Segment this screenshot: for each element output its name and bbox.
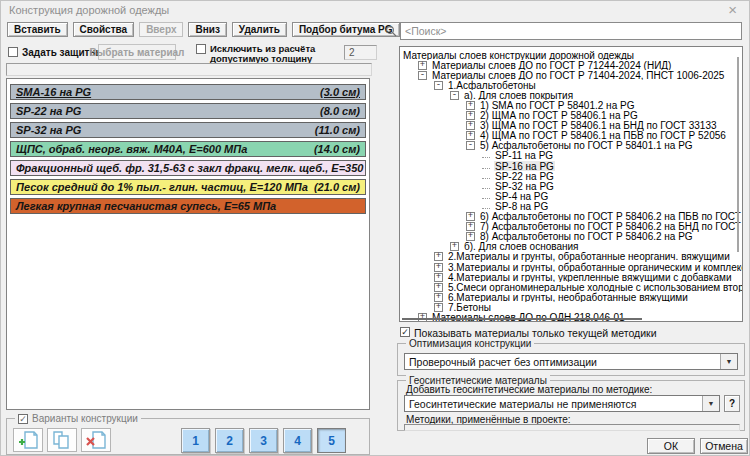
checkbox-box: ✓ [400, 327, 410, 337]
optimization-combobox[interactable]: Проверочный расчет без оптимизации ▼ [404, 353, 738, 370]
collapse-icon[interactable]: - [434, 81, 443, 90]
tree-node[interactable]: +6) Асфальтобетоны по ГОСТ Р 58406.2 на … [400, 212, 742, 222]
layer-row-7[interactable]: Легкая крупная песчанистая супесь, Е=65 … [10, 198, 366, 214]
layer-name: Фракционный щеб. фр. 31,5-63 с закл фрак… [16, 162, 363, 174]
tree-node[interactable]: SP-8 на PG [400, 201, 742, 211]
expand-icon[interactable]: + [434, 303, 443, 312]
tree-connector [482, 153, 490, 158]
expand-icon[interactable]: + [434, 252, 443, 261]
tree-node[interactable]: +3.Материалы и грунты, обработанные орга… [400, 262, 742, 272]
tree-connector [482, 174, 490, 179]
layer-row-1[interactable]: SMA-16 на PG(3.0 см) [10, 84, 366, 100]
layer-row-3[interactable]: SP-32 на PG(11.0 см) [10, 122, 366, 138]
tree-node[interactable]: -а). Для слоев покрытия [400, 90, 742, 100]
tree-node[interactable]: +1) SMA по ГОСТ Р 58401.2 на PG [400, 100, 742, 110]
variant-button-2[interactable]: 2 [215, 428, 244, 453]
tree-node[interactable]: +4) ЩМА по ГОСТ Р 58406.1 на ПБВ по ГОСТ… [400, 131, 742, 141]
tree-rows: Материалы слоев конструкции дорожной оде… [400, 50, 742, 322]
tree-node[interactable]: +8) Асфальтобетоны по ГОСТ Р 58406.2 на … [400, 232, 742, 242]
expand-icon[interactable]: + [466, 101, 475, 110]
expand-icon[interactable]: + [434, 263, 443, 272]
pavement-structure-dialog: Конструкция дорожной одежды × ВставитьСв… [0, 0, 750, 456]
tree-node[interactable]: +6.Материалы и грунты, необработанные вя… [400, 292, 742, 302]
expand-icon[interactable]: + [434, 273, 443, 282]
toolbar-button-pg-bitumen[interactable]: Подбор битума PG [292, 22, 400, 37]
tree-node-label: 4.Материалы и грунты, укрепленные вяжущи… [447, 272, 733, 282]
add-variant-button[interactable] [13, 428, 43, 452]
tree-vertical-scrollbar[interactable] [737, 57, 739, 252]
cancel-button[interactable]: Отмена [700, 438, 748, 454]
tree-node[interactable]: +3) ЩМА по ГОСТ Р 58406.1 на БНД по ГОСТ… [400, 121, 742, 131]
chevron-down-icon[interactable]: ▼ [702, 396, 719, 411]
chevron-down-icon[interactable]: ▼ [720, 354, 737, 369]
layer-name: SP-22 на PG [16, 105, 81, 117]
expand-icon[interactable]: + [418, 61, 427, 70]
wear-thickness-input[interactable] [344, 45, 377, 60]
toolbar-button-properties[interactable]: Свойства [73, 22, 135, 37]
tree-node[interactable]: SP-4 на PG [400, 191, 742, 201]
expand-icon[interactable]: + [434, 283, 443, 292]
tree-node[interactable]: +5.Смеси органоминеральные холодные с ис… [400, 282, 742, 292]
layer-row-6[interactable]: Песок средний до 1% пыл.- глин. частиц, … [10, 179, 366, 195]
expand-icon[interactable]: + [466, 121, 475, 130]
collapse-icon[interactable]: - [466, 141, 475, 150]
collapse-icon[interactable]: - [450, 91, 459, 100]
layer-thickness: (3.0 см) [320, 86, 360, 98]
variant-button-3[interactable]: 3 [249, 428, 278, 453]
expand-icon[interactable]: + [466, 131, 475, 140]
tree-node[interactable]: SP-16 на PG [400, 161, 742, 171]
tree-node-label: 5) Асфальтобетоны по ГОСТ Р 58401.1 на P… [479, 141, 694, 151]
close-icon[interactable]: × [728, 2, 737, 18]
variant-number-buttons: 12345 [181, 428, 346, 453]
tree-node[interactable]: SP-32 на PG [400, 181, 742, 191]
tree-node[interactable]: -Материалы слоев ДО по ГОСТ Р 71404-2024… [400, 70, 742, 80]
tree-node[interactable]: SP-22 на PG [400, 171, 742, 181]
tree-node-label: Материалы слоев ДО по ГОСТ Р 71244-2024 … [431, 60, 672, 70]
expand-icon[interactable]: + [434, 293, 443, 302]
expand-icon[interactable]: + [466, 232, 475, 241]
tree-node[interactable]: +б). Для слоев основания [400, 242, 742, 252]
tree-node[interactable]: +7) Асфальтобетоны по ГОСТ Р 58406.2 на … [400, 222, 742, 232]
expand-icon[interactable]: + [466, 222, 475, 231]
choose-material-button[interactable]: Выбрать материал [98, 44, 176, 60]
toolbar-button-insert[interactable]: Вставить [7, 22, 68, 37]
variant-button-5[interactable]: 5 [317, 428, 346, 453]
copy-variant-button[interactable] [47, 428, 77, 452]
methods-field[interactable] [404, 424, 740, 431]
ok-button[interactable]: ОК [647, 438, 695, 454]
expand-icon[interactable]: + [466, 212, 475, 221]
search-input[interactable] [400, 22, 742, 40]
tree-node[interactable]: SP-11 на PG [400, 151, 742, 161]
toolbar-button-up[interactable]: Вверх [139, 22, 183, 37]
delete-page-icon [85, 431, 107, 449]
tree-node[interactable]: +4.Материалы и грунты, укрепленные вяжущ… [400, 272, 742, 282]
toolbar-button-delete[interactable]: Удалить [232, 22, 287, 37]
geosynthetics-combobox[interactable]: Геосинтетические материалы не применяютс… [404, 395, 720, 412]
expand-icon[interactable]: + [466, 111, 475, 120]
titlebar: Конструкция дорожной одежды × [1, 1, 749, 19]
tree-node[interactable]: Материалы слоев конструкции дорожной оде… [400, 50, 742, 60]
collapse-icon[interactable]: - [418, 71, 427, 80]
tree-node[interactable]: +Материалы слоев ДО по ГОСТ Р 71244-2024… [400, 60, 742, 70]
protective-layer-field[interactable] [6, 63, 372, 76]
delete-variant-button[interactable] [81, 428, 111, 452]
tree-node[interactable]: +2.Материалы и грунты, обработанные неор… [400, 252, 742, 262]
layer-thickness: (14.0 см) [314, 143, 360, 155]
variant-button-4[interactable]: 4 [283, 428, 312, 453]
variant-button-1[interactable]: 1 [181, 428, 210, 453]
tree-node[interactable]: -5) Асфальтобетоны по ГОСТ Р 58401.1 на … [400, 141, 742, 151]
layer-row-4[interactable]: ЩПС, обраб. неорг. вяж. М40А, Е=600 МПа(… [10, 141, 366, 157]
tree-node[interactable]: +2) ЩМА по ГОСТ Р 58406.1 на PG [400, 111, 742, 121]
toolbar-button-down[interactable]: Вниз [188, 22, 226, 37]
layer-thickness: (21.0 см) [314, 181, 360, 193]
tree-horizontal-scrollbar[interactable] [402, 318, 642, 320]
tree-node-label: 5.Смеси органоминеральные холодные с исп… [447, 282, 742, 292]
variants-legend[interactable]: ✓ Варианты конструкции [15, 413, 141, 424]
layer-row-2[interactable]: SP-22 на PG(8.0 см) [10, 103, 366, 119]
help-button[interactable]: ? [724, 395, 740, 412]
layer-thickness: (11.0 см) [315, 124, 360, 136]
tree-node[interactable]: -1.Асфальтобетоны [400, 80, 742, 90]
layer-row-5[interactable]: Фракционный щеб. фр. 31,5-63 с закл фрак… [10, 160, 366, 176]
tree-node[interactable]: +7.Бетоны [400, 302, 742, 312]
expand-icon[interactable]: + [450, 242, 459, 251]
